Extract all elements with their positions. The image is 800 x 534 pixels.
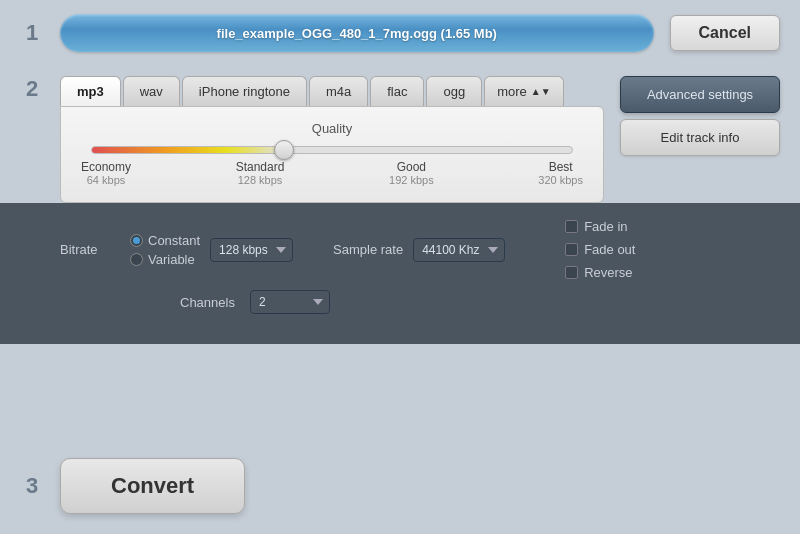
edit-track-button[interactable]: Edit track info bbox=[620, 119, 780, 156]
reverse-box bbox=[565, 266, 578, 279]
mark-economy: Economy 64 kbps bbox=[81, 160, 131, 186]
channels-select[interactable]: 1 2 bbox=[250, 290, 330, 314]
sample-rate-label: Sample rate bbox=[333, 242, 403, 257]
adv-row-2: Channels 1 2 bbox=[60, 290, 780, 314]
tab-mp3[interactable]: mp3 bbox=[60, 76, 121, 106]
advanced-settings-button[interactable]: Advanced settings bbox=[620, 76, 780, 113]
format-tabs: mp3 wav iPhone ringtone m4a flac ogg mor… bbox=[60, 76, 604, 203]
tab-iphone-ringtone[interactable]: iPhone ringtone bbox=[182, 76, 307, 106]
fade-in-checkbox[interactable]: Fade in bbox=[565, 219, 635, 234]
quality-slider-container bbox=[91, 146, 573, 154]
step-2-number: 2 bbox=[20, 76, 44, 102]
mark-economy-sub: 64 kbps bbox=[81, 174, 131, 186]
fade-in-box bbox=[565, 220, 578, 233]
mark-economy-label: Economy bbox=[81, 160, 131, 174]
slider-fill bbox=[92, 147, 284, 153]
mark-best-label: Best bbox=[538, 160, 583, 174]
mark-good-label: Good bbox=[389, 160, 434, 174]
section-3-inner: 3 Convert bbox=[20, 458, 245, 514]
bitrate-label: Bitrate bbox=[60, 242, 120, 257]
bitrate-group: Bitrate Constant Variable 64 kbps 96 kbp… bbox=[60, 233, 293, 267]
mark-standard-label: Standard bbox=[236, 160, 285, 174]
tab-wav[interactable]: wav bbox=[123, 76, 180, 106]
adv-row-1: Bitrate Constant Variable 64 kbps 96 kbp… bbox=[60, 219, 780, 280]
quality-title: Quality bbox=[81, 121, 583, 136]
tab-m4a[interactable]: m4a bbox=[309, 76, 368, 106]
mark-standard-sub: 128 kbps bbox=[236, 174, 285, 186]
section-3: 3 Convert bbox=[0, 344, 800, 534]
mark-standard: Standard 128 kbps bbox=[236, 160, 285, 186]
advanced-panel: Bitrate Constant Variable 64 kbps 96 kbp… bbox=[0, 203, 800, 344]
fade-out-box bbox=[565, 243, 578, 256]
tabs-row: mp3 wav iPhone ringtone m4a flac ogg mor… bbox=[60, 76, 604, 106]
main-container: 1 file_example_OGG_480_1_7mg.ogg (1.65 M… bbox=[0, 0, 800, 534]
section-1: 1 file_example_OGG_480_1_7mg.ogg (1.65 M… bbox=[0, 0, 800, 66]
fade-in-label: Fade in bbox=[584, 219, 627, 234]
reverse-label: Reverse bbox=[584, 265, 632, 280]
mark-good-sub: 192 kbps bbox=[389, 174, 434, 186]
bitrate-select[interactable]: 64 kbps 96 kbps 128 kbps 192 kbps 256 kb… bbox=[210, 238, 293, 262]
reverse-checkbox[interactable]: Reverse bbox=[565, 265, 635, 280]
quality-panel: Quality Economy 64 kbps Standard 128 kbp… bbox=[60, 106, 604, 203]
fade-out-label: Fade out bbox=[584, 242, 635, 257]
sample-rate-select[interactable]: 22050 Khz 44100 Khz 48000 Khz bbox=[413, 238, 505, 262]
constant-radio[interactable]: Constant bbox=[130, 233, 200, 248]
constant-label: Constant bbox=[148, 233, 200, 248]
sample-rate-group: Sample rate 22050 Khz 44100 Khz 48000 Kh… bbox=[333, 238, 505, 262]
mark-best: Best 320 kbps bbox=[538, 160, 583, 186]
channels-group: Channels 1 2 bbox=[180, 290, 330, 314]
cancel-button[interactable]: Cancel bbox=[670, 15, 780, 51]
mark-best-sub: 320 kbps bbox=[538, 174, 583, 186]
slider-marks: Economy 64 kbps Standard 128 kbps Good 1… bbox=[81, 160, 583, 186]
tab-ogg[interactable]: ogg bbox=[426, 76, 482, 106]
right-buttons: Advanced settings Edit track info bbox=[620, 76, 780, 156]
channels-label: Channels bbox=[180, 295, 240, 310]
step-1-number: 1 bbox=[20, 20, 44, 46]
variable-radio[interactable]: Variable bbox=[130, 252, 200, 267]
slider-thumb[interactable] bbox=[274, 140, 294, 160]
more-arrow-icon: ▲▼ bbox=[531, 86, 551, 97]
fade-out-checkbox[interactable]: Fade out bbox=[565, 242, 635, 257]
variable-label: Variable bbox=[148, 252, 195, 267]
mark-good: Good 192 kbps bbox=[389, 160, 434, 186]
variable-radio-circle bbox=[130, 253, 143, 266]
effects-group: Fade in Fade out Reverse bbox=[565, 219, 635, 280]
tab-flac[interactable]: flac bbox=[370, 76, 424, 106]
convert-button[interactable]: Convert bbox=[60, 458, 245, 514]
constant-radio-circle bbox=[130, 234, 143, 247]
tab-more[interactable]: more ▲▼ bbox=[484, 76, 563, 106]
file-bar: file_example_OGG_480_1_7mg.ogg (1.65 Mb) bbox=[60, 14, 654, 52]
slider-track bbox=[91, 146, 573, 154]
tab-more-label: more bbox=[497, 84, 527, 99]
section-2: 2 mp3 wav iPhone ringtone m4a flac ogg m… bbox=[0, 66, 800, 203]
bitrate-radio-group: Constant Variable bbox=[130, 233, 200, 267]
step-3-number: 3 bbox=[20, 473, 44, 499]
